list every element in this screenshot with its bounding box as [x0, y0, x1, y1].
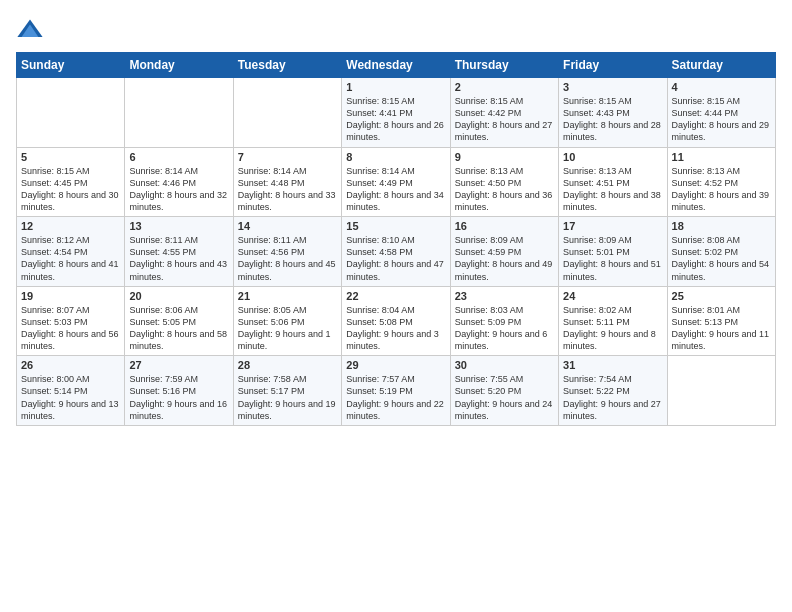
header-day-saturday: Saturday [667, 53, 775, 78]
week-row-0: 1Sunrise: 8:15 AM Sunset: 4:41 PM Daylig… [17, 78, 776, 148]
day-number: 19 [21, 290, 120, 302]
day-number: 27 [129, 359, 228, 371]
calendar-header: SundayMondayTuesdayWednesdayThursdayFrid… [17, 53, 776, 78]
day-number: 22 [346, 290, 445, 302]
day-number: 29 [346, 359, 445, 371]
day-number: 30 [455, 359, 554, 371]
calendar-body: 1Sunrise: 8:15 AM Sunset: 4:41 PM Daylig… [17, 78, 776, 426]
page-header [16, 16, 776, 44]
logo [16, 16, 48, 44]
calendar-cell: 7Sunrise: 8:14 AM Sunset: 4:48 PM Daylig… [233, 147, 341, 217]
calendar-cell: 6Sunrise: 8:14 AM Sunset: 4:46 PM Daylig… [125, 147, 233, 217]
calendar-cell [125, 78, 233, 148]
calendar-cell: 14Sunrise: 8:11 AM Sunset: 4:56 PM Dayli… [233, 217, 341, 287]
calendar-cell: 1Sunrise: 8:15 AM Sunset: 4:41 PM Daylig… [342, 78, 450, 148]
week-row-2: 12Sunrise: 8:12 AM Sunset: 4:54 PM Dayli… [17, 217, 776, 287]
cell-text: Sunrise: 8:15 AM Sunset: 4:45 PM Dayligh… [21, 165, 120, 214]
cell-text: Sunrise: 8:00 AM Sunset: 5:14 PM Dayligh… [21, 373, 120, 422]
cell-text: Sunrise: 8:11 AM Sunset: 4:56 PM Dayligh… [238, 234, 337, 283]
day-number: 24 [563, 290, 662, 302]
day-number: 28 [238, 359, 337, 371]
calendar-cell: 16Sunrise: 8:09 AM Sunset: 4:59 PM Dayli… [450, 217, 558, 287]
day-number: 2 [455, 81, 554, 93]
calendar-cell: 8Sunrise: 8:14 AM Sunset: 4:49 PM Daylig… [342, 147, 450, 217]
cell-text: Sunrise: 8:15 AM Sunset: 4:44 PM Dayligh… [672, 95, 771, 144]
day-number: 18 [672, 220, 771, 232]
calendar-cell: 25Sunrise: 8:01 AM Sunset: 5:13 PM Dayli… [667, 286, 775, 356]
calendar-cell: 24Sunrise: 8:02 AM Sunset: 5:11 PM Dayli… [559, 286, 667, 356]
cell-text: Sunrise: 8:10 AM Sunset: 4:58 PM Dayligh… [346, 234, 445, 283]
cell-text: Sunrise: 8:06 AM Sunset: 5:05 PM Dayligh… [129, 304, 228, 353]
cell-text: Sunrise: 8:05 AM Sunset: 5:06 PM Dayligh… [238, 304, 337, 353]
day-number: 14 [238, 220, 337, 232]
day-number: 5 [21, 151, 120, 163]
calendar-cell: 28Sunrise: 7:58 AM Sunset: 5:17 PM Dayli… [233, 356, 341, 426]
calendar-cell: 13Sunrise: 8:11 AM Sunset: 4:55 PM Dayli… [125, 217, 233, 287]
cell-text: Sunrise: 8:12 AM Sunset: 4:54 PM Dayligh… [21, 234, 120, 283]
header-row: SundayMondayTuesdayWednesdayThursdayFrid… [17, 53, 776, 78]
day-number: 3 [563, 81, 662, 93]
cell-text: Sunrise: 8:01 AM Sunset: 5:13 PM Dayligh… [672, 304, 771, 353]
header-day-friday: Friday [559, 53, 667, 78]
day-number: 26 [21, 359, 120, 371]
calendar-cell [233, 78, 341, 148]
header-day-monday: Monday [125, 53, 233, 78]
day-number: 11 [672, 151, 771, 163]
cell-text: Sunrise: 8:04 AM Sunset: 5:08 PM Dayligh… [346, 304, 445, 353]
calendar-cell: 12Sunrise: 8:12 AM Sunset: 4:54 PM Dayli… [17, 217, 125, 287]
calendar-cell [17, 78, 125, 148]
day-number: 21 [238, 290, 337, 302]
cell-text: Sunrise: 8:11 AM Sunset: 4:55 PM Dayligh… [129, 234, 228, 283]
header-day-sunday: Sunday [17, 53, 125, 78]
calendar-cell: 26Sunrise: 8:00 AM Sunset: 5:14 PM Dayli… [17, 356, 125, 426]
cell-text: Sunrise: 7:57 AM Sunset: 5:19 PM Dayligh… [346, 373, 445, 422]
day-number: 9 [455, 151, 554, 163]
calendar-cell: 4Sunrise: 8:15 AM Sunset: 4:44 PM Daylig… [667, 78, 775, 148]
day-number: 4 [672, 81, 771, 93]
cell-text: Sunrise: 8:13 AM Sunset: 4:52 PM Dayligh… [672, 165, 771, 214]
day-number: 15 [346, 220, 445, 232]
cell-text: Sunrise: 8:15 AM Sunset: 4:42 PM Dayligh… [455, 95, 554, 144]
calendar-cell: 18Sunrise: 8:08 AM Sunset: 5:02 PM Dayli… [667, 217, 775, 287]
week-row-1: 5Sunrise: 8:15 AM Sunset: 4:45 PM Daylig… [17, 147, 776, 217]
calendar-cell: 22Sunrise: 8:04 AM Sunset: 5:08 PM Dayli… [342, 286, 450, 356]
header-day-thursday: Thursday [450, 53, 558, 78]
cell-text: Sunrise: 8:13 AM Sunset: 4:50 PM Dayligh… [455, 165, 554, 214]
header-day-wednesday: Wednesday [342, 53, 450, 78]
cell-text: Sunrise: 8:09 AM Sunset: 4:59 PM Dayligh… [455, 234, 554, 283]
cell-text: Sunrise: 8:15 AM Sunset: 4:41 PM Dayligh… [346, 95, 445, 144]
cell-text: Sunrise: 8:14 AM Sunset: 4:48 PM Dayligh… [238, 165, 337, 214]
day-number: 8 [346, 151, 445, 163]
calendar-cell: 27Sunrise: 7:59 AM Sunset: 5:16 PM Dayli… [125, 356, 233, 426]
calendar-cell: 10Sunrise: 8:13 AM Sunset: 4:51 PM Dayli… [559, 147, 667, 217]
calendar-cell: 19Sunrise: 8:07 AM Sunset: 5:03 PM Dayli… [17, 286, 125, 356]
cell-text: Sunrise: 8:14 AM Sunset: 4:46 PM Dayligh… [129, 165, 228, 214]
logo-icon [16, 16, 44, 44]
cell-text: Sunrise: 8:08 AM Sunset: 5:02 PM Dayligh… [672, 234, 771, 283]
day-number: 25 [672, 290, 771, 302]
calendar-table: SundayMondayTuesdayWednesdayThursdayFrid… [16, 52, 776, 426]
day-number: 17 [563, 220, 662, 232]
calendar-cell: 20Sunrise: 8:06 AM Sunset: 5:05 PM Dayli… [125, 286, 233, 356]
day-number: 1 [346, 81, 445, 93]
week-row-3: 19Sunrise: 8:07 AM Sunset: 5:03 PM Dayli… [17, 286, 776, 356]
day-number: 31 [563, 359, 662, 371]
calendar-cell: 30Sunrise: 7:55 AM Sunset: 5:20 PM Dayli… [450, 356, 558, 426]
calendar-cell: 21Sunrise: 8:05 AM Sunset: 5:06 PM Dayli… [233, 286, 341, 356]
day-number: 7 [238, 151, 337, 163]
calendar-cell [667, 356, 775, 426]
calendar-cell: 2Sunrise: 8:15 AM Sunset: 4:42 PM Daylig… [450, 78, 558, 148]
cell-text: Sunrise: 8:02 AM Sunset: 5:11 PM Dayligh… [563, 304, 662, 353]
day-number: 23 [455, 290, 554, 302]
calendar-cell: 9Sunrise: 8:13 AM Sunset: 4:50 PM Daylig… [450, 147, 558, 217]
cell-text: Sunrise: 7:54 AM Sunset: 5:22 PM Dayligh… [563, 373, 662, 422]
calendar-cell: 31Sunrise: 7:54 AM Sunset: 5:22 PM Dayli… [559, 356, 667, 426]
day-number: 13 [129, 220, 228, 232]
day-number: 10 [563, 151, 662, 163]
day-number: 16 [455, 220, 554, 232]
cell-text: Sunrise: 7:55 AM Sunset: 5:20 PM Dayligh… [455, 373, 554, 422]
cell-text: Sunrise: 7:58 AM Sunset: 5:17 PM Dayligh… [238, 373, 337, 422]
calendar-cell: 3Sunrise: 8:15 AM Sunset: 4:43 PM Daylig… [559, 78, 667, 148]
calendar-cell: 23Sunrise: 8:03 AM Sunset: 5:09 PM Dayli… [450, 286, 558, 356]
day-number: 12 [21, 220, 120, 232]
